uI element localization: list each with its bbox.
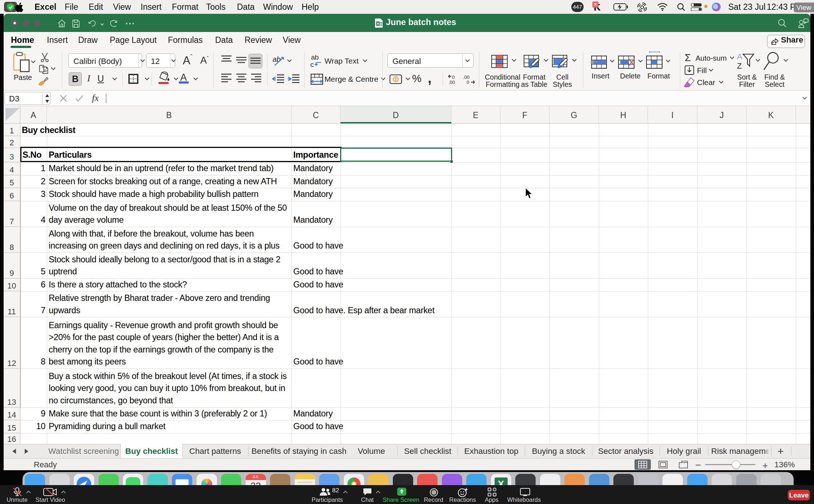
- svg-text:0: 0: [467, 80, 469, 84]
- svg-text:0: 0: [452, 74, 455, 80]
- svg-text:ab: ab: [311, 54, 319, 61]
- svg-text:Z: Z: [737, 61, 742, 70]
- svg-text:c: c: [310, 61, 314, 68]
- svg-text:.00: .00: [448, 80, 455, 84]
- svg-text:A: A: [737, 52, 742, 61]
- svg-text:.00: .00: [463, 74, 470, 80]
- svg-text:ab: ab: [273, 55, 281, 63]
